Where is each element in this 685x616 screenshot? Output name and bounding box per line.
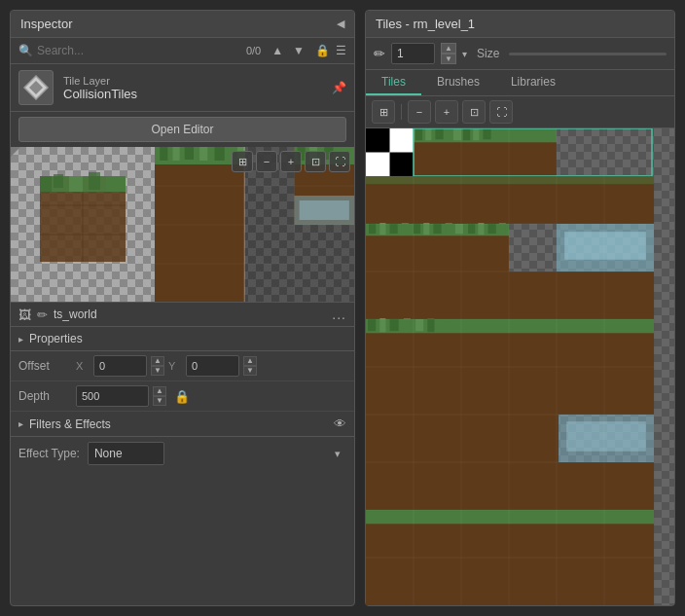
brush-size-row: ✏ ▲ ▼ ▾ Size <box>366 38 674 70</box>
tab-libraries[interactable]: Libraries <box>495 70 571 95</box>
svg-rect-83 <box>440 319 449 331</box>
offset-x-up[interactable]: ▲ <box>151 356 164 366</box>
offset-y-down[interactable]: ▼ <box>243 366 257 376</box>
tile-source-bar: 🖼 ✏ ts_world ... <box>11 303 354 327</box>
svg-rect-8 <box>89 172 100 190</box>
tile-preview-toolbar: ⊞ − + ⊡ ⛶ <box>232 151 350 172</box>
svg-rect-46 <box>453 128 461 140</box>
inspector-header: Inspector ◀ <box>11 11 354 38</box>
svg-rect-79 <box>390 319 399 331</box>
tile-layer-label: Tile Layer <box>63 75 322 87</box>
svg-rect-7 <box>69 176 83 192</box>
menu-icon[interactable]: ☰ <box>336 44 346 57</box>
offset-y-up[interactable]: ▲ <box>243 356 257 366</box>
properties-collapse-icon: ▸ <box>18 334 23 344</box>
svg-rect-50 <box>473 128 479 140</box>
effect-select-wrap: None Blur Color Matrix Contrast Saturati… <box>88 442 346 465</box>
offset-label: Offset <box>18 359 72 373</box>
fullscreen-btn[interactable]: ⛶ <box>329 151 350 172</box>
tile-toolbar: ⊞ − + ⊡ ⛶ <box>366 96 674 128</box>
zoom-fit-btn[interactable]: ⊡ <box>462 100 486 124</box>
grid-btn[interactable]: ⊞ <box>232 151 253 172</box>
tile-source-name: ts_world <box>54 308 326 321</box>
offset-row: Offset X ▲ ▼ Y ▲ ▼ <box>11 351 354 381</box>
tile-layer-info: Tile Layer CollisionTiles <box>63 75 322 101</box>
depth-input[interactable] <box>76 385 149 407</box>
svg-rect-84 <box>366 367 654 415</box>
properties-section-header[interactable]: ▸ Properties <box>11 327 354 351</box>
pin-icon[interactable]: 📌 <box>332 81 346 94</box>
svg-rect-82 <box>427 318 434 332</box>
svg-rect-90 <box>366 510 654 524</box>
svg-rect-74 <box>366 272 654 319</box>
offset-x-input[interactable] <box>93 355 147 377</box>
svg-rect-42 <box>415 128 422 140</box>
edit-icon[interactable]: ✏ <box>37 308 48 322</box>
svg-rect-80 <box>404 318 411 332</box>
svg-rect-87 <box>566 421 646 452</box>
search-prev-btn[interactable]: ▲ <box>269 43 286 58</box>
tiles-panel-title: Tiles - rm_level_1 <box>376 17 475 31</box>
tiles-panel: Tiles - rm_level_1 ✏ ▲ ▼ ▾ Size Tiles Br… <box>365 10 675 606</box>
svg-rect-53 <box>509 128 557 142</box>
tab-brushes[interactable]: Brushes <box>421 70 495 95</box>
svg-rect-91 <box>366 558 654 605</box>
x-axis-label: X <box>76 360 90 372</box>
tile-preview-left <box>11 147 155 302</box>
tile-grid-container[interactable] <box>366 128 674 605</box>
pencil-icon: ✏ <box>374 46 385 61</box>
svg-rect-30 <box>300 200 349 220</box>
svg-rect-16 <box>172 147 179 161</box>
zoom-out-tile-btn[interactable]: − <box>408 100 431 124</box>
offset-y-input[interactable] <box>186 355 239 377</box>
filters-section-header[interactable]: ▸ Filters & Effects 👁 <box>11 412 354 437</box>
svg-rect-78 <box>379 318 385 332</box>
fullscreen-tile-btn[interactable]: ⛶ <box>489 100 513 124</box>
tile-preview-area: ⊞ − + ⊡ ⛶ <box>11 147 354 303</box>
zoom-in-btn[interactable]: + <box>280 151 302 172</box>
tile-preview-right: ⊞ − + ⊡ ⛶ <box>155 147 354 302</box>
brush-size-down[interactable]: ▼ <box>441 54 456 64</box>
brush-size-slider[interactable] <box>509 53 667 55</box>
svg-rect-59 <box>369 224 376 234</box>
svg-marker-2 <box>11 147 20 157</box>
brush-size-input[interactable] <box>391 43 435 64</box>
brush-arrow-icon: ▾ <box>462 49 467 59</box>
more-btn[interactable]: ... <box>332 307 346 322</box>
offset-x-spinners: ▲ ▼ <box>151 356 164 376</box>
depth-lock-icon[interactable]: 🔒 <box>174 389 190 404</box>
inspector-panel: Inspector ◀ 🔍 0/0 ▲ ▼ 🔒 ☰ <box>10 10 355 606</box>
visibility-icon[interactable]: 👁 <box>334 417 346 431</box>
grid-toggle-btn[interactable]: ⊞ <box>372 100 395 124</box>
depth-down[interactable]: ▼ <box>153 396 166 406</box>
svg-rect-49 <box>463 128 470 140</box>
svg-rect-65 <box>433 224 441 234</box>
search-icon: 🔍 <box>18 44 33 57</box>
collapse-icon[interactable]: ◀ <box>337 18 344 30</box>
svg-rect-44 <box>435 128 443 139</box>
search-input[interactable] <box>37 44 242 57</box>
tile-grid-canvas <box>366 128 674 605</box>
svg-rect-69 <box>478 223 484 235</box>
depth-up[interactable]: ▲ <box>153 386 166 396</box>
tile-layer-row: Tile Layer CollisionTiles 📌 <box>11 64 354 112</box>
zoom-reset-btn[interactable]: ⊡ <box>305 151 326 172</box>
brush-size-up[interactable]: ▲ <box>441 43 456 54</box>
properties-title: Properties <box>29 332 83 345</box>
tile-layer-name: CollisionTiles <box>63 87 322 101</box>
tab-tiles[interactable]: Tiles <box>366 70 421 95</box>
svg-rect-77 <box>368 319 376 331</box>
offset-y-spinners: ▲ ▼ <box>243 356 257 376</box>
svg-rect-17 <box>185 147 194 160</box>
search-next-btn[interactable]: ▼ <box>290 43 307 58</box>
svg-rect-61 <box>390 224 398 234</box>
zoom-out-btn[interactable]: − <box>256 151 277 172</box>
svg-rect-39 <box>390 153 415 177</box>
svg-rect-71 <box>499 223 506 235</box>
offset-x-down[interactable]: ▼ <box>151 366 164 376</box>
lock-icon[interactable]: 🔒 <box>315 44 330 57</box>
open-editor-button[interactable]: Open Editor <box>18 117 346 142</box>
effect-type-select[interactable]: None Blur Color Matrix Contrast Saturati… <box>88 442 164 465</box>
zoom-in-tile-btn[interactable]: + <box>435 100 458 124</box>
depth-label: Depth <box>18 389 72 403</box>
